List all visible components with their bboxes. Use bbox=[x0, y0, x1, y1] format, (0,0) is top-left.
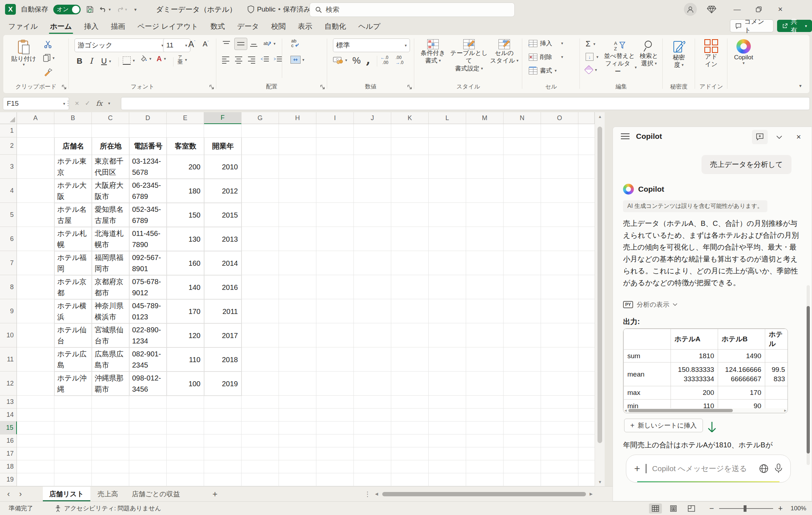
analysis-toggle[interactable]: PY 分析の表示 bbox=[623, 300, 677, 309]
bold-button[interactable]: B bbox=[77, 56, 82, 66]
column-header[interactable]: C bbox=[92, 112, 129, 124]
cell-location[interactable]: 大阪府大阪市 bbox=[92, 179, 130, 203]
insert-function-icon[interactable]: fx bbox=[96, 99, 103, 107]
comma-style-button[interactable]: , bbox=[366, 52, 370, 67]
row-header[interactable]: 5 bbox=[0, 203, 17, 227]
number-dialog-launcher[interactable] bbox=[407, 85, 412, 90]
orientation-button[interactable]: ab ▾ bbox=[263, 39, 276, 48]
percent-style-button[interactable]: % bbox=[352, 55, 361, 66]
qat-overflow-icon[interactable]: ▾ bbox=[134, 7, 137, 12]
cell-opening-year[interactable]: 2013 bbox=[204, 227, 242, 251]
row-header[interactable]: 17 bbox=[0, 447, 17, 460]
cell-phone[interactable]: 092-567-8901 bbox=[130, 251, 167, 275]
cell-phone[interactable]: 06-2345-6789 bbox=[130, 179, 167, 203]
column-header[interactable]: J bbox=[354, 112, 391, 124]
cell-store-name[interactable]: ホテル福岡 bbox=[55, 251, 92, 275]
normal-view-button[interactable] bbox=[649, 503, 662, 514]
collapse-ribbon-icon[interactable]: ▾ bbox=[799, 83, 802, 88]
close-button[interactable]: × bbox=[770, 0, 791, 19]
tab-insert[interactable]: 挿入 bbox=[78, 19, 105, 34]
cell-opening-year[interactable]: 2011 bbox=[204, 300, 242, 324]
row-header[interactable]: 19 bbox=[0, 473, 17, 486]
premium-gem-icon[interactable] bbox=[707, 5, 716, 14]
format-painter-button[interactable] bbox=[44, 67, 53, 77]
sensitivity-status[interactable]: Public • 保存済み ▾ bbox=[247, 5, 315, 14]
save-icon[interactable] bbox=[86, 5, 94, 14]
cell-location[interactable]: 広島県広島市 bbox=[92, 348, 130, 372]
cell-phone[interactable]: 052-345-6789 bbox=[130, 203, 167, 227]
align-center-button[interactable] bbox=[234, 55, 243, 64]
column-header[interactable]: H bbox=[279, 112, 316, 124]
row-header[interactable]: 3 bbox=[0, 155, 17, 179]
tab-data[interactable]: データ bbox=[231, 19, 265, 34]
output-table-container[interactable]: ホテルA ホテルB ホテル sum 1810 1490 mean bbox=[623, 328, 788, 413]
sheet-tab-revenue[interactable]: 店舗ごとの収益 bbox=[125, 487, 186, 501]
avatar[interactable] bbox=[684, 3, 697, 16]
row-header[interactable]: 18 bbox=[0, 460, 17, 473]
header-phone[interactable]: 電話番号 bbox=[130, 138, 167, 155]
fill-button[interactable]: ↓ ▾ bbox=[586, 53, 599, 61]
borders-button[interactable]: ▾ bbox=[123, 56, 135, 65]
column-header[interactable]: D bbox=[129, 112, 167, 124]
cell-rooms[interactable]: 180 bbox=[167, 179, 204, 203]
cell-phone[interactable]: 03-1234-5678 bbox=[130, 155, 167, 179]
copilot-message-input[interactable]: + Copilot へメッセージを送る bbox=[626, 455, 791, 483]
cell-location[interactable]: 東京都千代田区 bbox=[92, 155, 130, 179]
row-header[interactable]: 1 bbox=[0, 124, 17, 137]
decrease-decimal-button[interactable]: .00→.0 bbox=[396, 55, 403, 65]
page-layout-view-button[interactable] bbox=[667, 503, 680, 514]
number-format-select[interactable]: 標準▾ bbox=[333, 38, 410, 52]
zoom-slider[interactable] bbox=[719, 508, 773, 509]
align-bottom-button[interactable] bbox=[249, 40, 258, 48]
cell-phone[interactable]: 075-678-9012 bbox=[130, 275, 167, 300]
hotel-data-table[interactable]: 店舗名 所在地 電話番号 客室数 開業年 ホテル東京 東京都千代田区 03-12… bbox=[54, 137, 242, 396]
delete-cells-button[interactable]: × 削除▾ bbox=[529, 53, 563, 61]
tab-formulas[interactable]: 数式 bbox=[204, 19, 231, 34]
alignment-dialog-launcher[interactable] bbox=[320, 85, 325, 90]
cell-opening-year[interactable]: 2019 bbox=[204, 372, 242, 396]
increase-decimal-button[interactable]: ←.0.00 bbox=[380, 55, 388, 65]
web-globe-icon[interactable] bbox=[759, 464, 769, 474]
cell-location[interactable]: 宮城県仙台市 bbox=[92, 324, 130, 348]
next-sheet-icon[interactable]: › bbox=[19, 489, 22, 499]
cell-store-name[interactable]: ホテル沖縄 bbox=[55, 372, 92, 396]
sensitivity-button[interactable]: 秘密 度▾ bbox=[666, 39, 692, 69]
align-left-button[interactable] bbox=[221, 55, 230, 64]
insert-cells-button[interactable]: ← 挿入▾ bbox=[529, 39, 563, 47]
select-all-corner[interactable] bbox=[0, 112, 17, 124]
fill-color-button[interactable]: ▾ bbox=[139, 55, 152, 62]
cell-store-name[interactable]: ホテル仙台 bbox=[55, 324, 92, 348]
align-middle-button[interactable] bbox=[234, 38, 247, 50]
attach-plus-icon[interactable]: + bbox=[634, 463, 640, 474]
cell-store-name[interactable]: ホテル広島 bbox=[55, 348, 92, 372]
tab-page-layout[interactable]: ページ レイアウト bbox=[131, 19, 204, 34]
cell-store-name[interactable]: ホテル京都 bbox=[55, 275, 92, 300]
formula-bar-chevron-icon[interactable]: ▾ bbox=[108, 101, 110, 105]
header-rooms[interactable]: 客室数 bbox=[167, 138, 204, 155]
font-color-button[interactable]: A ▾ bbox=[157, 55, 166, 62]
column-header[interactable]: O bbox=[541, 112, 578, 124]
wrap-text-button[interactable]: abc bbox=[290, 38, 301, 49]
row-header[interactable]: 14 bbox=[0, 409, 17, 421]
table-horizontal-scrollbar[interactable]: ◀ ▶ bbox=[623, 408, 788, 413]
cell-rooms[interactable]: 130 bbox=[167, 227, 204, 251]
row-header[interactable]: 4 bbox=[0, 179, 17, 203]
row-header[interactable]: 11 bbox=[0, 347, 17, 372]
merge-center-button[interactable]: ▾ bbox=[290, 56, 304, 64]
new-chat-button[interactable] bbox=[752, 130, 768, 144]
column-header[interactable]: E bbox=[167, 112, 204, 124]
autosave-toggle[interactable]: オン bbox=[53, 5, 81, 14]
clipboard-dialog-launcher[interactable] bbox=[62, 85, 67, 90]
cell-rooms[interactable]: 120 bbox=[167, 324, 204, 348]
cell-rooms[interactable]: 160 bbox=[167, 251, 204, 275]
horizontal-scroll-thumb[interactable] bbox=[382, 492, 586, 496]
align-top-button[interactable] bbox=[222, 40, 231, 48]
column-header[interactable]: N bbox=[504, 112, 541, 124]
sort-filter-button[interactable]: AZ 並べ替えと フィルター▾ bbox=[602, 40, 637, 75]
vertical-scrollbar[interactable]: ▲ ▼ bbox=[595, 112, 605, 486]
format-cells-button[interactable]: 書式▾ bbox=[529, 67, 557, 75]
add-sheet-icon[interactable]: + bbox=[212, 489, 217, 499]
column-header[interactable]: F bbox=[204, 112, 242, 124]
scroll-up-icon[interactable]: ▲ bbox=[595, 114, 605, 119]
zoom-slider-thumb[interactable] bbox=[744, 505, 746, 512]
